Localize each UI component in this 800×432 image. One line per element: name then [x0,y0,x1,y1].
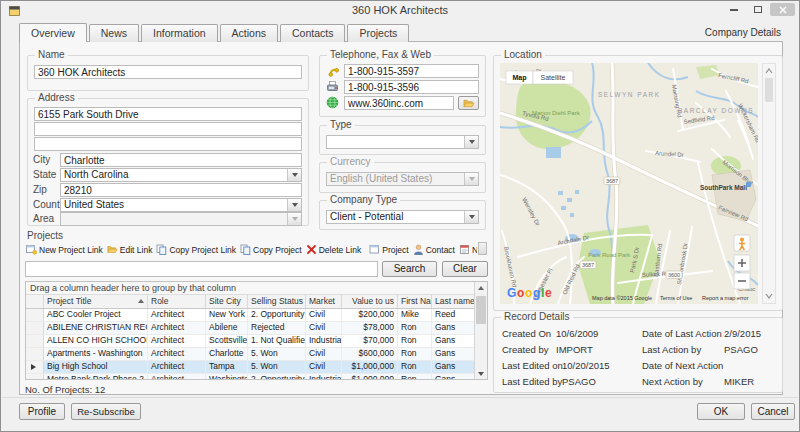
terms-of-use-link[interactable]: Terms of Use [660,295,692,301]
report-map-error-link[interactable]: Report a map error [702,295,749,301]
scrollbar-thumb[interactable] [765,78,773,102]
column-header-role[interactable]: Role [148,295,206,308]
pegman-control[interactable] [734,235,750,251]
table-row[interactable]: Metro Bank Park Phase 2 Architect Washin… [26,374,487,380]
state-label: State [33,169,56,180]
last-edited-by-value: PSAGO [562,376,596,387]
toolbar-overflow-button[interactable] [478,242,487,255]
ok-button[interactable]: OK [697,403,745,420]
tab-news[interactable]: News [89,24,139,42]
minimize-icon[interactable] [723,3,745,16]
svg-text:l: l [541,286,544,300]
chevron-down-icon[interactable] [287,199,301,211]
tab-overview[interactable]: Overview [19,23,87,42]
maximize-icon[interactable] [747,3,769,16]
created-on-value: 10/6/2009 [556,328,598,339]
location-group: Location [493,55,783,311]
column-header-last-name[interactable]: Last name [432,295,474,308]
contact-group-label: Telephone, Fax & Web [327,49,434,61]
map-type-control[interactable]: Map Satellite [506,71,573,84]
column-header-market[interactable]: Market [306,295,342,308]
chevron-down-icon [287,213,301,225]
state-select[interactable]: North Carolina [60,168,302,182]
phone-input[interactable] [344,64,479,78]
google-logo[interactable]: G o o g l e [507,286,552,300]
table-row[interactable]: Apartments - Washington Architect Charlo… [26,348,487,361]
scroll-down-icon[interactable] [763,291,775,301]
address-line2-input[interactable] [34,122,302,136]
map-type-map-button[interactable]: Map [513,74,527,82]
area-select [60,212,302,226]
copy-icon [156,244,167,255]
scroll-up-icon[interactable] [763,66,775,76]
scrollbar-thumb[interactable] [476,296,486,324]
company-details-label: Company Details [641,27,781,38]
delete-link-button[interactable]: Delete Link [305,243,365,256]
country-select[interactable]: United States [60,198,302,212]
clear-button[interactable]: Clear [442,261,488,277]
cancel-button[interactable]: Cancel [751,403,795,420]
project-button[interactable]: Project [368,243,411,256]
delete-x-icon [306,244,317,255]
projects-count-label: No. Of Projects: 12 [25,384,105,395]
next-action-by-label: Next Action by [642,376,703,387]
contact-button[interactable]: Contact [412,243,458,256]
profile-button[interactable]: Profile [19,403,65,420]
scroll-up-icon[interactable] [475,282,487,293]
resubscribe-button[interactable]: Re-Subscribe [71,403,141,420]
title-bar[interactable]: 360 HOK Architects [1,1,799,21]
map[interactable]: Seneca Pl SELWYN PARK Marion Diehl Park … [500,63,758,304]
name-input[interactable] [34,65,302,79]
tab-contacts[interactable]: Contacts [280,24,345,42]
map-type-satellite-button[interactable]: Satellite [541,74,566,81]
table-row[interactable]: ABC Cooler Project Architect New York ..… [26,309,487,322]
table-row[interactable]: ALLEN CO HIGH SCHOOL PH 2 Architect Scot… [26,335,487,348]
column-header-selling-status[interactable]: Selling Status [248,295,306,308]
close-icon[interactable] [770,3,795,16]
fax-input[interactable] [344,80,479,94]
tab-projects[interactable]: Projects [347,24,409,42]
name-group: Name [27,55,309,91]
currency-group-label: Currency [327,156,374,168]
tab-bar: Overview News Information Actions Contac… [19,23,411,42]
record-details-group: Record Details Created On 10/6/2009 Crea… [493,317,783,393]
type-group: Type [319,125,486,155]
city-input[interactable] [60,153,302,167]
new-action-button[interactable]: New Action [458,243,477,256]
zoom-in-button[interactable] [734,255,750,271]
column-header-site-city[interactable]: Site City [206,295,248,308]
new-project-link-button[interactable]: New Project Link [25,243,106,256]
company-type-group-label: Company Type [327,194,400,206]
date-of-last-action-label: Date of Last Action [642,328,722,339]
company-type-select[interactable]: Client - Potential [326,210,479,224]
table-row[interactable]: ABILENE CHRISTIAN RECREATI... Architect … [26,322,487,335]
grid-vertical-scrollbar[interactable] [474,282,487,379]
chevron-down-icon[interactable] [464,136,478,148]
zip-label: Zip [33,184,47,195]
column-header-project-title[interactable]: Project Title [44,295,148,308]
scroll-down-icon[interactable] [475,368,487,379]
table-row-selected[interactable]: Big High School Architect Tampa 5. Won C… [26,361,487,374]
projects-search-input[interactable] [25,261,378,277]
column-header-first-name[interactable]: First Name [398,295,432,308]
column-header-value-to-us[interactable]: Value to us [342,295,398,308]
edit-link-button[interactable]: Edit Link [106,243,156,256]
tab-information[interactable]: Information [141,24,218,42]
panel-vertical-scrollbar[interactable] [762,63,776,304]
chevron-down-icon[interactable] [464,211,478,223]
address-line1-input[interactable] [34,107,302,121]
record-details-group-label: Record Details [501,311,573,323]
open-website-button[interactable] [458,96,479,110]
address-line3-input[interactable] [34,137,302,151]
website-input[interactable] [344,96,454,110]
window-icon [369,244,380,255]
chevron-down-icon[interactable] [287,169,301,181]
zip-input[interactable] [60,183,302,197]
copy-project-link-button[interactable]: Copy Project Link [155,243,239,256]
zoom-out-button[interactable] [734,273,750,289]
tab-actions[interactable]: Actions [220,24,278,42]
search-button[interactable]: Search [382,261,437,277]
type-select[interactable] [326,135,479,149]
selected-row-arrow-icon [31,364,36,370]
copy-project-button[interactable]: Copy Project [239,243,305,256]
